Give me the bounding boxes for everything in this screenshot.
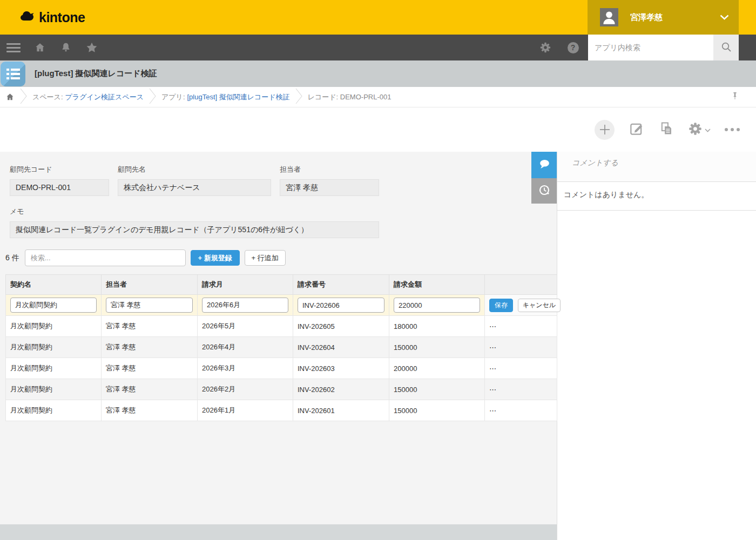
cell-contract: 月次顧問契約	[6, 337, 102, 358]
record-count: 6 件	[5, 253, 19, 263]
field-label: 顧問先コード	[10, 165, 109, 174]
breadcrumb: スペース: プラグイン検証スペース アプリ: [plugTest] 擬似関連レコ…	[0, 87, 756, 107]
global-nav-bar: ?	[0, 35, 756, 60]
record-fields-row: 顧問先コード DEMO-PRL-001 顧問先名 株式会社ハテナベース 担当者 …	[10, 165, 557, 196]
bottom-scroll-bar[interactable]	[0, 524, 557, 540]
column-header-month: 請求月	[198, 275, 293, 295]
breadcrumb-app-label: アプリ:	[161, 92, 185, 102]
cell-amount: 150000	[389, 400, 485, 421]
notifications-bell-icon[interactable]	[59, 41, 72, 54]
cell-amount: 180000	[389, 316, 485, 337]
field-value: DEMO-PRL-001	[10, 179, 109, 196]
new-record-button[interactable]: + 新規登録	[191, 250, 240, 266]
edit-record-button[interactable]	[629, 120, 645, 139]
cell-month: 2026年4月	[198, 337, 293, 358]
breadcrumb-space-link[interactable]: プラグイン検証スペース	[65, 92, 144, 102]
related-search-input[interactable]	[25, 249, 186, 266]
edit-contract-input[interactable]	[10, 298, 97, 313]
kintone-page: kintone 宮澤孝慈	[0, 0, 756, 540]
cell-month: 2026年2月	[198, 379, 293, 400]
cell-invoice: INV-202604	[293, 337, 389, 358]
field-label: 担当者	[280, 165, 379, 174]
app-title: [plugTest] 擬似関連レコード検証	[35, 69, 157, 79]
cancel-button[interactable]: キャンセル	[518, 299, 561, 312]
cell-contract: 月次顧問契約	[6, 316, 102, 337]
table-row: 月次顧問契約 宮澤 孝慈 2026年4月 INV-202604 150000 ⋯	[6, 337, 557, 358]
cell-month: 2026年3月	[198, 358, 293, 379]
help-icon[interactable]: ?	[566, 41, 579, 54]
portal-home-icon[interactable]	[5, 92, 15, 102]
record-toolbar	[0, 107, 756, 152]
related-records-table: 契約名 担当者 請求月 請求番号 請求金額	[5, 274, 557, 421]
record-settings-button[interactable]	[688, 122, 711, 138]
related-records-controls: 6 件 + 新規登録 + 行追加	[5, 249, 557, 266]
more-options-button[interactable]	[725, 128, 740, 131]
app-icon[interactable]	[1, 62, 25, 86]
tab-change-history[interactable]	[531, 178, 557, 204]
chevron-down-icon	[720, 12, 729, 22]
cell-contract: 月次顧問契約	[6, 400, 102, 421]
app-search-input[interactable]	[588, 35, 713, 60]
table-row: 月次顧問契約 宮澤 孝慈 2026年3月 INV-202603 200000 ⋯	[6, 358, 557, 379]
field-customer-code: 顧問先コード DEMO-PRL-001	[10, 165, 109, 196]
chevron-down-icon	[705, 125, 711, 134]
duplicate-record-button[interactable]	[659, 121, 674, 138]
column-header-amount: 請求金額	[389, 275, 485, 295]
search-button[interactable]	[713, 35, 739, 60]
kintone-cloud-icon	[19, 10, 36, 25]
breadcrumb-record: レコード: DEMO-PRL-001	[308, 92, 392, 102]
search-icon	[721, 42, 732, 54]
edit-month-input[interactable]	[202, 298, 288, 313]
pin-icon[interactable]	[730, 90, 740, 104]
row-more-button[interactable]: ⋯	[485, 316, 557, 337]
cell-person: 宮澤 孝慈	[102, 379, 198, 400]
kintone-logo-text: kintone	[39, 10, 85, 25]
nav-right: ?	[539, 35, 756, 60]
breadcrumb-separator-icon	[295, 88, 302, 106]
column-header-person: 担当者	[102, 275, 198, 295]
history-clock-icon	[538, 184, 551, 199]
save-button[interactable]: 保存	[489, 299, 513, 312]
kintone-logo[interactable]: kintone	[19, 10, 85, 25]
edit-amount-input[interactable]	[394, 298, 480, 313]
record-content: 顧問先コード DEMO-PRL-001 顧問先名 株式会社ハテナベース 担当者 …	[0, 152, 756, 540]
table-edit-row: 保存 キャンセル	[6, 295, 557, 316]
breadcrumb-space-label: スペース:	[32, 92, 63, 102]
app-title-bar: [plugTest] 擬似関連レコード検証	[0, 60, 756, 87]
table-row: 月次顧問契約 宮澤 孝慈 2026年2月 INV-202602 150000 ⋯	[6, 379, 557, 400]
field-value: 宮澤 孝慈	[280, 179, 379, 196]
user-menu[interactable]: 宮澤孝慈	[588, 0, 739, 35]
breadcrumb-app-link[interactable]: [plugTest] 擬似関連レコード検証	[187, 92, 290, 102]
record-main: 顧問先コード DEMO-PRL-001 顧問先名 株式会社ハテナベース 担当者 …	[0, 152, 557, 540]
menu-icon[interactable]	[6, 43, 21, 52]
cell-invoice: INV-202601	[293, 400, 389, 421]
row-more-button[interactable]: ⋯	[485, 337, 557, 358]
record-side-tabs	[531, 152, 557, 204]
row-more-button[interactable]: ⋯	[485, 358, 557, 379]
row-more-button[interactable]: ⋯	[485, 379, 557, 400]
settings-gear-icon[interactable]	[539, 41, 552, 54]
add-row-button[interactable]: + 行追加	[245, 250, 286, 266]
comments-empty-message: コメントはありません。	[557, 182, 756, 211]
cell-person: 宮澤 孝慈	[102, 400, 198, 421]
breadcrumb-separator-icon	[149, 88, 156, 106]
cell-contract: 月次顧問契約	[6, 358, 102, 379]
nav-left-icons	[6, 41, 98, 54]
cell-month: 2026年1月	[198, 400, 293, 421]
edit-invoice-input[interactable]	[298, 298, 384, 313]
cell-person: 宮澤 孝慈	[102, 358, 198, 379]
table-row: 月次顧問契約 宮澤 孝慈 2026年5月 INV-202605 180000 ⋯	[6, 316, 557, 337]
field-assignee: 担当者 宮澤 孝慈	[280, 165, 379, 196]
comment-compose-area[interactable]: コメントする	[557, 152, 756, 182]
gear-icon	[688, 122, 703, 138]
cell-invoice: INV-202605	[293, 316, 389, 337]
tab-comments[interactable]	[531, 152, 557, 178]
row-more-button[interactable]: ⋯	[485, 400, 557, 421]
breadcrumb-separator-icon	[20, 88, 27, 106]
edit-person-input[interactable]	[106, 298, 193, 313]
edit-pencil-icon	[629, 120, 645, 139]
cell-amount: 200000	[389, 358, 485, 379]
home-icon[interactable]	[33, 41, 46, 54]
favorites-star-icon[interactable]	[85, 41, 98, 54]
add-record-button[interactable]	[595, 120, 615, 140]
